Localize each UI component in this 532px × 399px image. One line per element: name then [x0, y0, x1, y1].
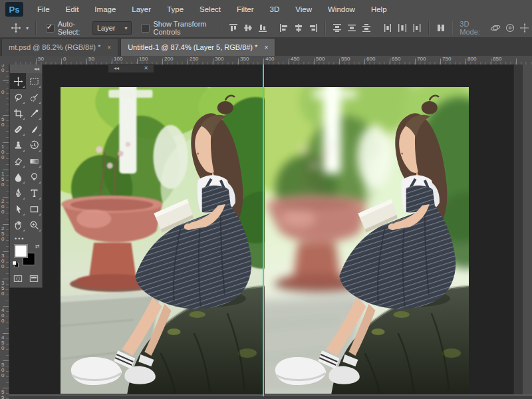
tab-label: mt.psd @ 86.2% (RGB/8#) * — [9, 43, 100, 51]
show-transform-checkbox[interactable] — [141, 24, 150, 33]
menu-type[interactable]: Type — [159, 0, 192, 19]
clone-stamp-tool[interactable] — [10, 137, 26, 153]
ruler-tick-label: 800 — [467, 56, 476, 62]
document-tab[interactable]: Untitled-1 @ 87.4% (Layer 5, RGB/8#) *× — [120, 38, 275, 56]
distribute-spacing-icon[interactable] — [436, 23, 446, 33]
ruler-tick-label: 700 — [417, 56, 426, 62]
dist-vcenter-icon[interactable] — [346, 23, 357, 33]
close-panel-icon[interactable]: ✕ — [144, 64, 148, 72]
ruler-tick-label: 300 — [215, 56, 223, 62]
guide-line[interactable] — [263, 65, 264, 396]
menu-window[interactable]: Window — [320, 0, 363, 19]
color-swatches: ⇄ — [10, 243, 42, 273]
auto-select-label: Auto-Select: — [58, 20, 88, 36]
blur-tool[interactable] — [10, 169, 26, 185]
edit-toolbar-button[interactable]: ••• — [10, 233, 42, 243]
screen-mode-button[interactable] — [29, 274, 39, 283]
ruler-tick-label: 50 — [38, 56, 44, 62]
healing-brush-tool[interactable] — [10, 121, 26, 137]
menu-3d[interactable]: 3D — [262, 0, 288, 19]
brush-tool[interactable] — [26, 121, 42, 137]
move-tool[interactable] — [10, 73, 26, 89]
align-vcenter-icon[interactable] — [243, 23, 253, 33]
dodge-tool[interactable] — [26, 169, 42, 185]
ruler-tick-label: 400 — [265, 56, 274, 62]
ruler-tick-label: 4 5 0 — [1, 335, 4, 351]
photo-background-blurred[interactable] — [265, 87, 469, 394]
dist-top-icon[interactable] — [332, 23, 342, 33]
ruler-tick-label: 500 — [316, 56, 325, 62]
menu-view[interactable]: View — [287, 0, 320, 19]
eyedropper-tool[interactable] — [26, 105, 42, 121]
toolbox-header[interactable]: ◂◂ — [10, 65, 42, 73]
tab-close-icon[interactable]: × — [107, 44, 111, 51]
document-tab-bar: mt.psd @ 86.2% (RGB/8#) *×Untitled-1 @ 8… — [0, 37, 532, 56]
align-right-icon[interactable] — [308, 23, 319, 33]
3d-pan-icon[interactable] — [519, 23, 530, 33]
ruler-tick-label: 5 0 — [1, 117, 4, 128]
align-top-icon[interactable] — [228, 23, 239, 33]
separator — [35, 21, 37, 35]
horizontal-ruler[interactable]: 5005010015020025030035040045050055060065… — [9, 56, 532, 65]
window-right-edge — [523, 65, 532, 399]
tool-preset-arrow-icon[interactable]: ▾ — [26, 25, 29, 31]
lasso-tool[interactable] — [10, 89, 26, 105]
foreground-color-swatch[interactable] — [15, 245, 27, 257]
photo-original-sharp[interactable] — [61, 87, 265, 394]
menu-layer[interactable]: Layer — [124, 0, 159, 19]
path-selection-tool[interactable] — [10, 201, 26, 217]
auto-select-checkbox[interactable] — [46, 24, 55, 33]
ruler-tick-label: 0 — [63, 56, 66, 62]
dist-right-icon[interactable] — [412, 23, 422, 33]
pen-tool[interactable] — [10, 185, 26, 201]
type-tool[interactable] — [26, 185, 42, 201]
vertical-scrollbar[interactable] — [513, 65, 523, 394]
3d-mode-label: 3D Mode: — [460, 20, 484, 36]
crop-tool[interactable] — [10, 105, 26, 121]
quick-selection-tool[interactable] — [26, 89, 42, 105]
collapse-panel-icon[interactable]: ◂◂ — [114, 64, 119, 72]
eraser-tool[interactable] — [10, 153, 26, 169]
align-left-icon[interactable] — [279, 23, 289, 33]
separator — [452, 21, 454, 35]
menu-filter[interactable]: Filter — [229, 0, 262, 19]
dist-left-icon[interactable] — [382, 23, 393, 33]
horizontal-scrollbar[interactable] — [9, 394, 532, 399]
document-tab[interactable]: mt.psd @ 86.2% (RGB/8#) *× — [1, 38, 118, 56]
collapse-toolbox-icon: ◂◂ — [34, 65, 39, 73]
ruler-tick-label: 650 — [392, 56, 400, 62]
tab-close-icon[interactable]: × — [264, 44, 268, 51]
default-colors-icon[interactable] — [12, 261, 18, 267]
3d-roll-icon[interactable] — [505, 23, 515, 33]
ruler-tick-label: 2 5 0 — [1, 226, 4, 242]
menu-edit[interactable]: Edit — [58, 0, 87, 19]
menu-select[interactable]: Select — [192, 0, 229, 19]
align-bottom-icon[interactable] — [257, 23, 268, 33]
ruler-tick-label: 5 5 0 — [1, 390, 4, 399]
align-hcenter-icon[interactable] — [293, 23, 304, 33]
dist-hcenter-icon[interactable] — [397, 23, 408, 33]
photoshop-logo: Ps — [5, 2, 23, 17]
history-brush-tool[interactable] — [26, 137, 42, 153]
swap-colors-icon[interactable]: ⇄ — [35, 243, 40, 249]
shape-tool[interactable] — [26, 201, 42, 217]
3d-orbit-icon[interactable] — [490, 23, 501, 33]
hand-tool[interactable] — [10, 217, 26, 233]
separator — [325, 21, 326, 35]
menu-file[interactable]: File — [29, 0, 58, 19]
chevron-down-icon: ▾ — [124, 25, 127, 31]
ruler-origin-corner[interactable] — [0, 56, 9, 65]
floating-panel-header: ◂◂ ✕ — [108, 64, 154, 72]
gradient-tool[interactable] — [26, 153, 42, 169]
move-tool-icon[interactable] — [11, 23, 21, 33]
auto-select-target-dropdown[interactable]: Layer ▾ — [92, 21, 132, 35]
menu-image[interactable]: Image — [86, 0, 124, 19]
quick-mask-button[interactable] — [13, 274, 23, 283]
menu-help[interactable]: Help — [363, 0, 395, 19]
zoom-tool[interactable] — [26, 217, 42, 233]
ruler-tick-label: 150 — [139, 56, 148, 62]
dist-bottom-icon[interactable] — [361, 23, 372, 33]
marquee-tool[interactable] — [26, 73, 42, 89]
vertical-ruler[interactable]: 5 005 01 0 01 5 02 0 02 5 03 0 03 5 04 0… — [0, 65, 9, 399]
ruler-tick-label: 200 — [164, 56, 173, 62]
